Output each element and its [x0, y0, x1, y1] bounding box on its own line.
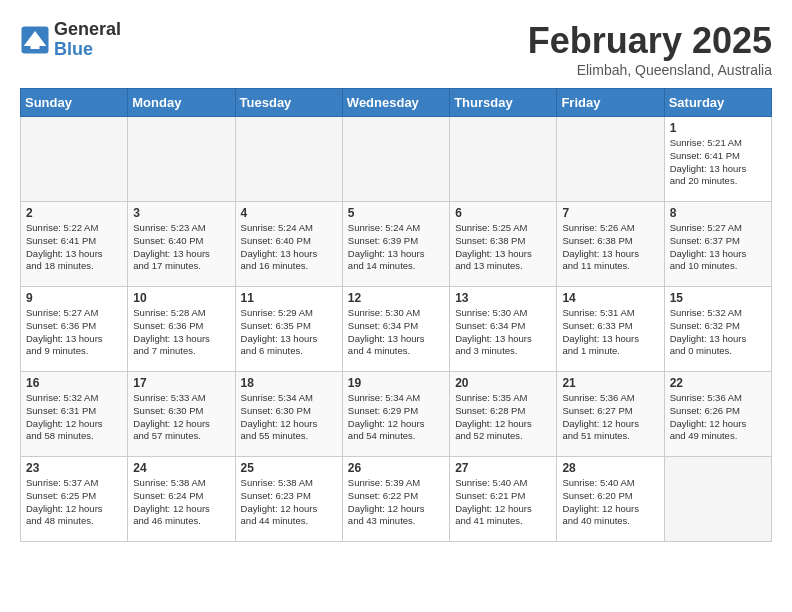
- day-info: Sunrise: 5:22 AMSunset: 6:41 PMDaylight:…: [26, 222, 122, 273]
- calendar-cell: [450, 117, 557, 202]
- calendar-cell: 1Sunrise: 5:21 AMSunset: 6:41 PMDaylight…: [664, 117, 771, 202]
- calendar-cell: [664, 457, 771, 542]
- calendar-cell: 9Sunrise: 5:27 AMSunset: 6:36 PMDaylight…: [21, 287, 128, 372]
- calendar-cell: 10Sunrise: 5:28 AMSunset: 6:36 PMDayligh…: [128, 287, 235, 372]
- day-info: Sunrise: 5:32 AMSunset: 6:31 PMDaylight:…: [26, 392, 122, 443]
- day-number: 16: [26, 376, 122, 390]
- day-of-week-header: Saturday: [664, 89, 771, 117]
- calendar-cell: [235, 117, 342, 202]
- calendar-cell: 26Sunrise: 5:39 AMSunset: 6:22 PMDayligh…: [342, 457, 449, 542]
- day-info: Sunrise: 5:24 AMSunset: 6:39 PMDaylight:…: [348, 222, 444, 273]
- day-info: Sunrise: 5:29 AMSunset: 6:35 PMDaylight:…: [241, 307, 337, 358]
- day-number: 4: [241, 206, 337, 220]
- calendar-cell: 3Sunrise: 5:23 AMSunset: 6:40 PMDaylight…: [128, 202, 235, 287]
- day-info: Sunrise: 5:24 AMSunset: 6:40 PMDaylight:…: [241, 222, 337, 273]
- day-info: Sunrise: 5:33 AMSunset: 6:30 PMDaylight:…: [133, 392, 229, 443]
- day-of-week-header: Sunday: [21, 89, 128, 117]
- day-number: 15: [670, 291, 766, 305]
- day-info: Sunrise: 5:36 AMSunset: 6:26 PMDaylight:…: [670, 392, 766, 443]
- calendar-cell: 20Sunrise: 5:35 AMSunset: 6:28 PMDayligh…: [450, 372, 557, 457]
- day-number: 10: [133, 291, 229, 305]
- day-info: Sunrise: 5:34 AMSunset: 6:30 PMDaylight:…: [241, 392, 337, 443]
- day-info: Sunrise: 5:30 AMSunset: 6:34 PMDaylight:…: [455, 307, 551, 358]
- calendar-cell: 22Sunrise: 5:36 AMSunset: 6:26 PMDayligh…: [664, 372, 771, 457]
- day-number: 3: [133, 206, 229, 220]
- day-number: 12: [348, 291, 444, 305]
- day-number: 1: [670, 121, 766, 135]
- day-info: Sunrise: 5:39 AMSunset: 6:22 PMDaylight:…: [348, 477, 444, 528]
- calendar-cell: 24Sunrise: 5:38 AMSunset: 6:24 PMDayligh…: [128, 457, 235, 542]
- logo-text: GeneralBlue: [54, 20, 121, 60]
- day-info: Sunrise: 5:40 AMSunset: 6:20 PMDaylight:…: [562, 477, 658, 528]
- calendar-cell: 27Sunrise: 5:40 AMSunset: 6:21 PMDayligh…: [450, 457, 557, 542]
- calendar-cell: 13Sunrise: 5:30 AMSunset: 6:34 PMDayligh…: [450, 287, 557, 372]
- day-number: 28: [562, 461, 658, 475]
- calendar-cell: 19Sunrise: 5:34 AMSunset: 6:29 PMDayligh…: [342, 372, 449, 457]
- day-info: Sunrise: 5:38 AMSunset: 6:24 PMDaylight:…: [133, 477, 229, 528]
- day-number: 6: [455, 206, 551, 220]
- calendar-cell: 18Sunrise: 5:34 AMSunset: 6:30 PMDayligh…: [235, 372, 342, 457]
- logo-icon: [20, 25, 50, 55]
- day-number: 7: [562, 206, 658, 220]
- day-number: 14: [562, 291, 658, 305]
- day-number: 23: [26, 461, 122, 475]
- calendar-cell: 8Sunrise: 5:27 AMSunset: 6:37 PMDaylight…: [664, 202, 771, 287]
- calendar-cell: 2Sunrise: 5:22 AMSunset: 6:41 PMDaylight…: [21, 202, 128, 287]
- day-number: 19: [348, 376, 444, 390]
- calendar-header-row: SundayMondayTuesdayWednesdayThursdayFrid…: [21, 89, 772, 117]
- day-info: Sunrise: 5:27 AMSunset: 6:37 PMDaylight:…: [670, 222, 766, 273]
- day-info: Sunrise: 5:32 AMSunset: 6:32 PMDaylight:…: [670, 307, 766, 358]
- day-info: Sunrise: 5:23 AMSunset: 6:40 PMDaylight:…: [133, 222, 229, 273]
- month-title: February 2025: [528, 20, 772, 62]
- title-block: February 2025 Elimbah, Queensland, Austr…: [528, 20, 772, 78]
- day-info: Sunrise: 5:36 AMSunset: 6:27 PMDaylight:…: [562, 392, 658, 443]
- day-number: 18: [241, 376, 337, 390]
- calendar-week-row: 9Sunrise: 5:27 AMSunset: 6:36 PMDaylight…: [21, 287, 772, 372]
- day-number: 21: [562, 376, 658, 390]
- day-number: 22: [670, 376, 766, 390]
- calendar-week-row: 2Sunrise: 5:22 AMSunset: 6:41 PMDaylight…: [21, 202, 772, 287]
- calendar-cell: 6Sunrise: 5:25 AMSunset: 6:38 PMDaylight…: [450, 202, 557, 287]
- day-number: 26: [348, 461, 444, 475]
- page-header: GeneralBlue February 2025 Elimbah, Queen…: [20, 20, 772, 78]
- calendar-cell: [21, 117, 128, 202]
- day-number: 25: [241, 461, 337, 475]
- day-of-week-header: Thursday: [450, 89, 557, 117]
- day-number: 27: [455, 461, 551, 475]
- day-number: 11: [241, 291, 337, 305]
- calendar-week-row: 16Sunrise: 5:32 AMSunset: 6:31 PMDayligh…: [21, 372, 772, 457]
- day-of-week-header: Monday: [128, 89, 235, 117]
- svg-rect-2: [31, 41, 40, 49]
- calendar-cell: 5Sunrise: 5:24 AMSunset: 6:39 PMDaylight…: [342, 202, 449, 287]
- day-info: Sunrise: 5:35 AMSunset: 6:28 PMDaylight:…: [455, 392, 551, 443]
- calendar-table: SundayMondayTuesdayWednesdayThursdayFrid…: [20, 88, 772, 542]
- calendar-cell: 4Sunrise: 5:24 AMSunset: 6:40 PMDaylight…: [235, 202, 342, 287]
- day-of-week-header: Friday: [557, 89, 664, 117]
- day-number: 2: [26, 206, 122, 220]
- calendar-cell: 25Sunrise: 5:38 AMSunset: 6:23 PMDayligh…: [235, 457, 342, 542]
- calendar-cell: 15Sunrise: 5:32 AMSunset: 6:32 PMDayligh…: [664, 287, 771, 372]
- day-info: Sunrise: 5:34 AMSunset: 6:29 PMDaylight:…: [348, 392, 444, 443]
- logo: GeneralBlue: [20, 20, 121, 60]
- day-info: Sunrise: 5:37 AMSunset: 6:25 PMDaylight:…: [26, 477, 122, 528]
- calendar-week-row: 1Sunrise: 5:21 AMSunset: 6:41 PMDaylight…: [21, 117, 772, 202]
- day-number: 24: [133, 461, 229, 475]
- day-info: Sunrise: 5:26 AMSunset: 6:38 PMDaylight:…: [562, 222, 658, 273]
- day-of-week-header: Wednesday: [342, 89, 449, 117]
- day-of-week-header: Tuesday: [235, 89, 342, 117]
- day-number: 9: [26, 291, 122, 305]
- calendar-cell: [557, 117, 664, 202]
- day-info: Sunrise: 5:38 AMSunset: 6:23 PMDaylight:…: [241, 477, 337, 528]
- calendar-cell: 11Sunrise: 5:29 AMSunset: 6:35 PMDayligh…: [235, 287, 342, 372]
- day-info: Sunrise: 5:40 AMSunset: 6:21 PMDaylight:…: [455, 477, 551, 528]
- calendar-cell: 23Sunrise: 5:37 AMSunset: 6:25 PMDayligh…: [21, 457, 128, 542]
- day-info: Sunrise: 5:31 AMSunset: 6:33 PMDaylight:…: [562, 307, 658, 358]
- calendar-week-row: 23Sunrise: 5:37 AMSunset: 6:25 PMDayligh…: [21, 457, 772, 542]
- location-subtitle: Elimbah, Queensland, Australia: [528, 62, 772, 78]
- calendar-cell: 14Sunrise: 5:31 AMSunset: 6:33 PMDayligh…: [557, 287, 664, 372]
- calendar-cell: [128, 117, 235, 202]
- day-info: Sunrise: 5:25 AMSunset: 6:38 PMDaylight:…: [455, 222, 551, 273]
- calendar-cell: 12Sunrise: 5:30 AMSunset: 6:34 PMDayligh…: [342, 287, 449, 372]
- day-info: Sunrise: 5:27 AMSunset: 6:36 PMDaylight:…: [26, 307, 122, 358]
- calendar-cell: 28Sunrise: 5:40 AMSunset: 6:20 PMDayligh…: [557, 457, 664, 542]
